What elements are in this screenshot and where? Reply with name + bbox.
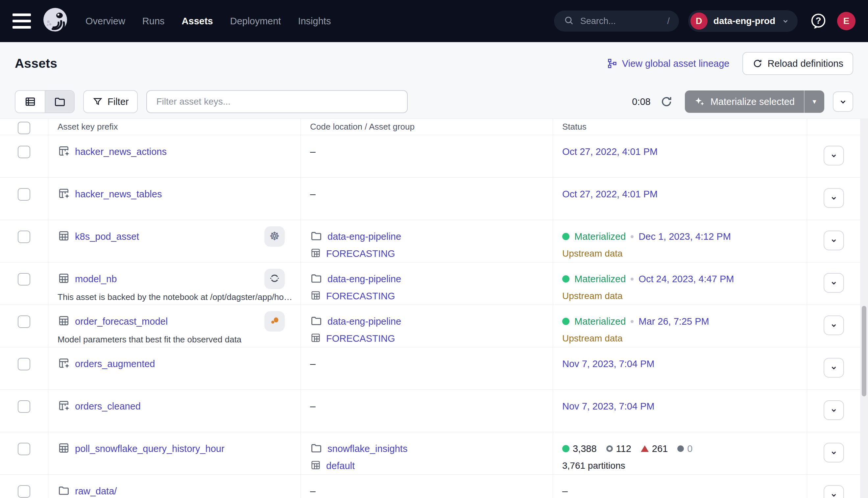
separator-dot [631,320,633,323]
nav-item-insights[interactable]: Insights [298,16,331,27]
materialization-date-link[interactable]: Oct 27, 2022, 4:01 PM [562,189,657,200]
user-avatar[interactable]: E [837,12,855,30]
materialization-date-link[interactable]: Dec 1, 2023, 4:12 PM [639,231,731,242]
row-expand-button[interactable] [824,358,844,378]
search-input[interactable]: Search... / [554,11,679,31]
asset-key-link[interactable]: hacker_news_tables [75,189,162,200]
select-all-checkbox[interactable] [18,122,30,134]
row-expand-cell [807,135,860,177]
status-cell: Nov 7, 2023, 7:04 PM [553,390,807,432]
asset-group-link[interactable]: FORECASTING [326,291,395,302]
partitions-count-label: 3,761 partitions [562,460,625,471]
nav-item-deployment[interactable]: Deployment [230,16,281,27]
code-location-link[interactable]: data-eng-pipeline [328,274,401,285]
view-toggle [15,90,75,113]
row-expand-button[interactable] [824,231,844,250]
asset-key-link[interactable]: order_forecast_model [75,316,168,327]
materialized-label[interactable]: Materialized [574,316,626,327]
asset-key-link[interactable]: poll_snowflake_query_history_hour [75,443,225,454]
top-navigation-bar: OverviewRunsAssetsDeploymentInsights Sea… [0,0,868,42]
view-global-asset-lineage-link[interactable]: View global asset lineage [607,58,730,69]
row-checkbox[interactable] [18,188,30,201]
row-expand-button[interactable] [824,400,844,420]
partition-stat: 0 [677,443,692,454]
row-expand-button[interactable] [824,146,844,166]
deployment-switcher[interactable]: D data-eng-prod [688,10,798,32]
row-checkbox[interactable] [18,146,30,158]
kubernetes-icon: ☸ [268,229,281,244]
flat-list-view-button[interactable] [15,91,45,113]
more-actions-button[interactable] [833,91,853,112]
empty-value-dash: – [310,401,316,412]
asset-group-icon [310,247,321,260]
partition-stat: 3,388 [562,443,597,454]
code-location-link[interactable]: data-eng-pipeline [328,231,401,242]
help-icon[interactable]: ? [810,12,827,30]
grouped-folder-view-button[interactable] [45,91,74,113]
empty-value-dash: – [310,358,316,369]
compute-kind-badge [264,269,285,289]
separator-dot [631,235,633,238]
status-cell: Oct 27, 2022, 4:01 PM [553,178,807,220]
materialized-label[interactable]: Materialized [574,231,626,242]
filter-asset-keys-input[interactable] [146,90,408,113]
row-expand-button[interactable] [824,315,844,335]
materialize-selected-button[interactable]: Materialize selected [685,90,804,113]
materialization-date-link[interactable]: Nov 7, 2023, 7:04 PM [562,358,655,369]
materialization-date-link[interactable]: Oct 24, 2023, 4:47 PM [639,274,734,285]
table-row: order_forecast_modelModel parameters tha… [0,305,860,348]
row-expand-button[interactable] [824,485,844,498]
row-expand-cell [807,178,860,220]
row-expand-button[interactable] [824,188,844,208]
asset-group-link[interactable]: FORECASTING [326,248,395,259]
materialization-date-link[interactable]: Mar 26, 7:25 PM [639,316,709,327]
code-location-link[interactable]: snowflake_insights [328,443,408,454]
row-checkbox[interactable] [18,400,30,413]
asset-table-icon [57,187,70,201]
empty-value-dash: – [310,188,316,200]
code-location-cell: data-eng-pipelineFORECASTING [301,262,553,305]
table-row: orders_augmented–Nov 7, 2023, 7:04 PM [0,348,860,390]
refresh-icon[interactable] [660,95,673,108]
reload-definitions-button[interactable]: Reload definitions [743,52,853,75]
upstream-data-label[interactable]: Upstream data [562,248,623,259]
status-cell: MaterializedOct 24, 2023, 4:47 PMUpstrea… [553,262,807,305]
asset-group-link[interactable]: default [326,460,355,471]
materialization-date-link[interactable]: Oct 27, 2022, 4:01 PM [562,146,657,157]
filter-button[interactable]: Filter [83,90,138,113]
materialization-date-link[interactable]: Nov 7, 2023, 7:04 PM [562,401,655,412]
row-expand-button[interactable] [824,443,844,462]
upstream-data-label[interactable]: Upstream data [562,291,623,301]
asset-key-link[interactable]: orders_cleaned [75,401,141,412]
code-location-link[interactable]: data-eng-pipeline [328,316,401,327]
row-checkbox[interactable] [18,315,30,328]
asset-key-link[interactable]: orders_augmented [75,358,155,369]
row-checkbox[interactable] [18,443,30,455]
row-checkbox[interactable] [18,358,30,370]
reload-icon [752,58,763,69]
vertical-scrollbar[interactable] [860,118,868,498]
row-expand-button[interactable] [824,273,844,293]
asset-table-icon [57,399,70,413]
nav-item-runs[interactable]: Runs [142,16,165,27]
upstream-data-label[interactable]: Upstream data [562,333,623,344]
row-checkbox[interactable] [18,273,30,286]
asset-key-link[interactable]: k8s_pod_asset [75,231,139,242]
materialize-options-caret[interactable]: ▾ [804,90,824,113]
dagster-logo[interactable] [39,5,71,37]
row-checkbox[interactable] [18,485,30,498]
menu-icon[interactable] [13,13,31,29]
materialized-label[interactable]: Materialized [574,274,626,285]
row-select-cell [0,475,48,498]
asset-key-link[interactable]: model_nb [75,274,117,285]
asset-key-link[interactable]: hacker_news_actions [75,146,167,157]
row-checkbox[interactable] [18,231,30,243]
nav-item-overview[interactable]: Overview [85,16,125,27]
row-expand-cell [807,220,860,262]
asset-group-link[interactable]: FORECASTING [326,333,395,344]
scrollbar-thumb[interactable] [862,306,866,396]
nav-item-assets[interactable]: Assets [182,16,213,27]
asset-key-link[interactable]: raw_data/ [75,486,117,497]
column-header-status: Status [553,119,807,135]
asset-key-cell: order_forecast_modelModel parameters tha… [48,305,301,347]
